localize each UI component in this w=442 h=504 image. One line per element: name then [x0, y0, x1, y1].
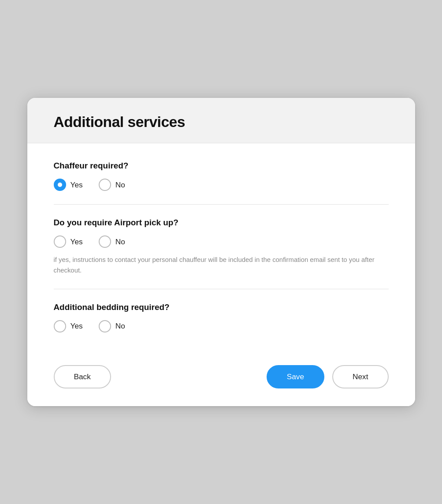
airport-no-label: No — [115, 237, 125, 246]
bedding-no-option[interactable]: No — [99, 320, 125, 332]
chauffeur-yes-option[interactable]: Yes — [54, 179, 83, 191]
chauffeur-no-circle — [99, 179, 111, 191]
chauffeur-yes-label: Yes — [71, 180, 83, 190]
bedding-radio-group: Yes No — [54, 320, 389, 332]
save-button[interactable]: Save — [267, 365, 324, 388]
airport-yes-label: Yes — [71, 237, 83, 246]
airport-section: Do you require Airport pick up? Yes No i… — [54, 218, 389, 275]
back-button[interactable]: Back — [54, 365, 111, 388]
bedding-yes-option[interactable]: Yes — [54, 320, 83, 332]
airport-yes-option[interactable]: Yes — [54, 235, 83, 248]
card-header: Additional services — [27, 98, 415, 143]
airport-radio-group: Yes No — [54, 235, 389, 248]
bedding-no-label: No — [115, 321, 125, 331]
airport-hint: if yes, instructions to contact your per… — [54, 255, 389, 275]
chauffeur-section: Chaffeur required? Yes No — [54, 161, 389, 191]
chauffeur-no-label: No — [115, 180, 125, 190]
additional-services-card: Additional services Chaffeur required? Y… — [27, 98, 415, 406]
next-button[interactable]: Next — [332, 365, 389, 388]
page-title: Additional services — [54, 114, 389, 131]
airport-question: Do you require Airport pick up? — [54, 218, 389, 228]
bedding-yes-circle — [54, 320, 66, 332]
airport-no-circle — [99, 235, 111, 248]
divider-2 — [54, 289, 389, 289]
bedding-section: Additional bedding required? Yes No — [54, 302, 389, 332]
chauffeur-radio-group: Yes No — [54, 179, 389, 191]
bedding-yes-label: Yes — [71, 321, 83, 331]
card-body: Chaffeur required? Yes No Do you require… — [27, 143, 415, 352]
bedding-question: Additional bedding required? — [54, 302, 389, 312]
card-footer: Back Save Next — [27, 353, 415, 406]
divider-1 — [54, 204, 389, 205]
chauffeur-question: Chaffeur required? — [54, 161, 389, 171]
chauffeur-yes-circle — [54, 179, 66, 191]
footer-right-actions: Save Next — [267, 365, 389, 388]
bedding-no-circle — [99, 320, 111, 332]
airport-yes-circle — [54, 235, 66, 248]
airport-no-option[interactable]: No — [99, 235, 125, 248]
chauffeur-no-option[interactable]: No — [99, 179, 125, 191]
